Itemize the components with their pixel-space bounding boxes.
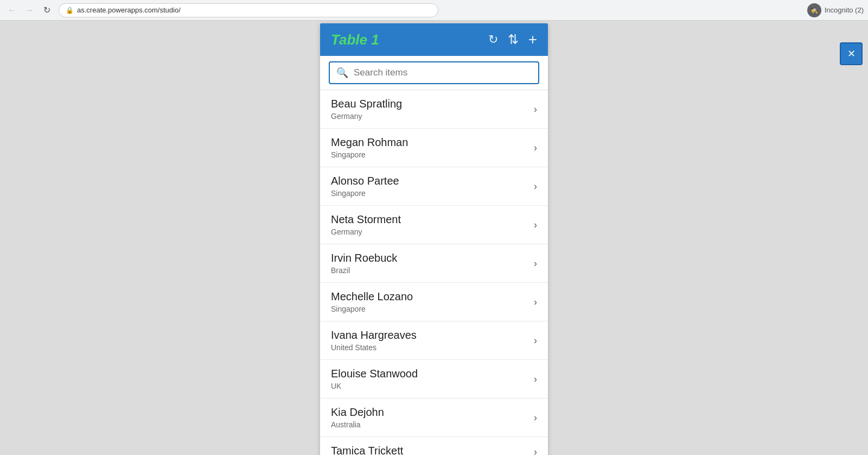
chevron-icon: › <box>534 258 537 269</box>
search-container: 🔍 <box>320 56 548 90</box>
chevron-icon: › <box>534 335 537 346</box>
chevron-icon: › <box>534 181 537 192</box>
forward-button[interactable]: → <box>22 3 37 18</box>
sort-button[interactable]: ⇅ <box>508 32 519 47</box>
chevron-icon: › <box>534 104 537 115</box>
item-country: Singapore <box>331 305 534 313</box>
address-bar[interactable]: 🔒 as.create.powerapps.com/studio/ <box>59 3 438 17</box>
item-text: Elouise Stanwood UK <box>331 368 534 390</box>
item-text: Ivana Hargreaves United States <box>331 329 534 352</box>
item-name: Alonso Partee <box>331 175 534 187</box>
item-text: Neta Storment Germany <box>331 213 534 236</box>
item-name: Beau Spratling <box>331 98 534 110</box>
item-country: Singapore <box>331 150 534 159</box>
reload-button[interactable]: ↻ <box>39 3 54 18</box>
app-panel: Table 1 ↻ ⇅ + 🔍 Beau Spratling Germany ›… <box>320 23 548 455</box>
list-item[interactable]: Ivana Hargreaves United States › <box>320 321 548 360</box>
add-button[interactable]: + <box>528 31 537 48</box>
item-name: Neta Storment <box>331 213 534 226</box>
panel-header: Table 1 ↻ ⇅ + <box>320 23 548 56</box>
chevron-icon: › <box>534 374 537 385</box>
item-name: Megan Rohman <box>331 136 534 149</box>
list-item[interactable]: Irvin Roebuck Brazil › <box>320 244 548 283</box>
nav-buttons: ← → ↻ <box>4 3 54 18</box>
item-country: Germany <box>331 228 534 236</box>
incognito-badge: 🕵 <box>807 3 821 17</box>
incognito-icon: 🕵 <box>810 7 818 14</box>
list-item[interactable]: Elouise Stanwood UK › <box>320 360 548 399</box>
close-icon: ✕ <box>847 48 856 60</box>
item-name: Kia Dejohn <box>331 406 534 419</box>
list-item[interactable]: Mechelle Lozano Singapore › <box>320 283 548 321</box>
item-text: Kia Dejohn Australia <box>331 406 534 429</box>
item-text: Alonso Partee Singapore <box>331 175 534 198</box>
item-text: Tamica Trickett <box>331 445 534 455</box>
back-button[interactable]: ← <box>4 3 20 18</box>
incognito-label: Incognito (2) <box>825 6 864 14</box>
item-name: Irvin Roebuck <box>331 252 534 264</box>
item-text: Mechelle Lozano Singapore <box>331 290 534 313</box>
item-name: Mechelle Lozano <box>331 290 534 303</box>
list-item[interactable]: Tamica Trickett › <box>320 437 548 455</box>
list-item[interactable]: Megan Rohman Singapore › <box>320 129 548 167</box>
browser-chrome: ← → ↻ 🔒 as.create.powerapps.com/studio/ … <box>0 0 868 21</box>
lock-icon: 🔒 <box>66 7 74 14</box>
chevron-icon: › <box>534 412 537 424</box>
main-content: Table 1 ↻ ⇅ + 🔍 Beau Spratling Germany ›… <box>0 21 868 455</box>
panel-title: Table 1 <box>331 31 379 48</box>
chevron-icon: › <box>534 296 537 308</box>
item-country: UK <box>331 382 534 390</box>
item-name: Ivana Hargreaves <box>331 329 534 342</box>
item-country: United States <box>331 343 534 352</box>
url-text: as.create.powerapps.com/studio/ <box>77 6 181 14</box>
item-country: Singapore <box>331 189 534 198</box>
item-text: Beau Spratling Germany <box>331 98 534 121</box>
list-items: Beau Spratling Germany › Megan Rohman Si… <box>320 90 548 455</box>
item-text: Irvin Roebuck Brazil <box>331 252 534 275</box>
list-item[interactable]: Kia Dejohn Australia › <box>320 399 548 437</box>
list-item[interactable]: Beau Spratling Germany › <box>320 90 548 129</box>
item-country: Brazil <box>331 266 534 275</box>
search-icon: 🔍 <box>336 67 348 79</box>
refresh-button[interactable]: ↻ <box>488 33 498 47</box>
chevron-icon: › <box>534 219 537 231</box>
chevron-icon: › <box>534 142 537 154</box>
browser-right: 🕵 Incognito (2) <box>807 3 864 17</box>
item-name: Tamica Trickett <box>331 445 534 455</box>
header-actions: ↻ ⇅ + <box>488 31 537 48</box>
close-button[interactable]: ✕ <box>840 42 863 65</box>
list-item[interactable]: Alonso Partee Singapore › <box>320 167 548 206</box>
item-country: Germany <box>331 112 534 121</box>
item-country: Australia <box>331 420 534 429</box>
item-name: Elouise Stanwood <box>331 368 534 380</box>
search-box: 🔍 <box>329 61 539 84</box>
list-item[interactable]: Neta Storment Germany › <box>320 206 548 244</box>
chevron-icon: › <box>534 446 537 456</box>
item-text: Megan Rohman Singapore <box>331 136 534 159</box>
search-input[interactable] <box>354 67 532 78</box>
